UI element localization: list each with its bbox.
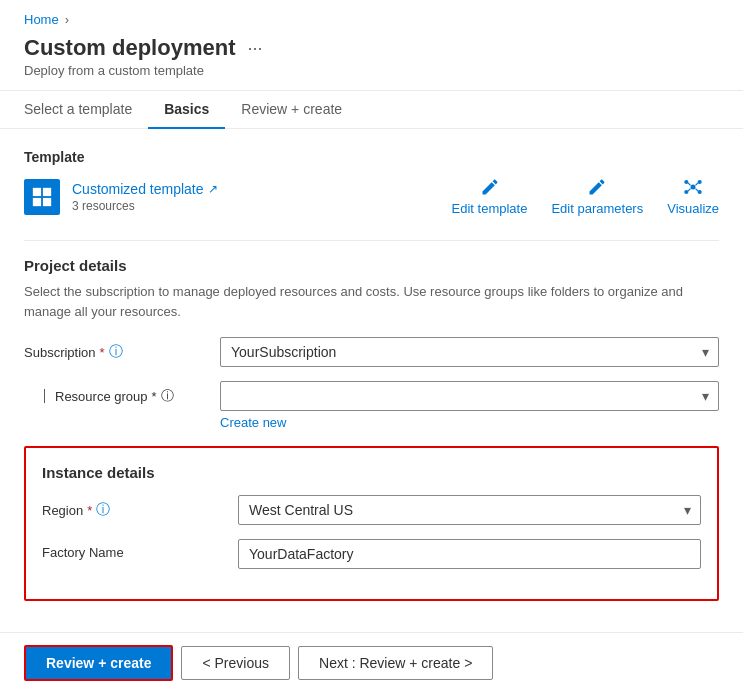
template-actions: Edit template Edit parameters	[452, 177, 719, 216]
resource-group-required: *	[152, 389, 157, 404]
template-section-title: Template	[24, 149, 719, 165]
tab-review-create[interactable]: Review + create	[225, 91, 358, 129]
customized-template-link[interactable]: Customized template ↗	[72, 181, 218, 197]
section-divider-1	[24, 240, 719, 241]
region-label: Region * ⓘ	[42, 495, 222, 519]
factory-name-row: Factory Name	[42, 539, 701, 569]
edit-parameters-icon	[587, 177, 607, 197]
create-new-link[interactable]: Create new	[220, 415, 719, 430]
breadcrumb: Home ›	[0, 0, 743, 31]
breadcrumb-separator: ›	[65, 12, 69, 27]
template-resources-label: 3 resources	[72, 199, 218, 213]
factory-name-label: Factory Name	[42, 539, 222, 560]
page-header: Custom deployment ··· Deploy from a cust…	[0, 31, 743, 91]
template-details: Customized template ↗ 3 resources	[72, 181, 218, 213]
region-row: Region * ⓘ West Central US	[42, 495, 701, 525]
resource-group-label: Resource group * ⓘ	[24, 381, 204, 405]
svg-line-9	[688, 183, 691, 186]
subscription-row: Subscription * ⓘ YourSubscription	[24, 337, 719, 367]
svg-rect-0	[33, 187, 41, 195]
project-details-desc: Select the subscription to manage deploy…	[24, 282, 719, 321]
subscription-select[interactable]: YourSubscription	[220, 337, 719, 367]
svg-line-10	[696, 183, 699, 186]
previous-button[interactable]: < Previous	[181, 646, 290, 680]
template-info: Customized template ↗ 3 resources	[24, 179, 218, 215]
region-required: *	[87, 503, 92, 518]
svg-rect-2	[33, 197, 41, 205]
edit-parameters-button[interactable]: Edit parameters	[551, 177, 643, 216]
instance-details-title: Instance details	[42, 464, 701, 481]
review-create-button[interactable]: Review + create	[24, 645, 173, 681]
resource-group-row: Resource group * ⓘ Create new	[24, 381, 719, 430]
resource-group-info-icon[interactable]: ⓘ	[161, 387, 174, 405]
edit-template-button[interactable]: Edit template	[452, 177, 528, 216]
subscription-required: *	[100, 345, 105, 360]
footer: Review + create < Previous Next : Review…	[0, 632, 743, 693]
svg-line-12	[696, 189, 699, 192]
edit-template-icon	[480, 177, 500, 197]
template-grid-icon	[31, 186, 53, 208]
resource-group-select[interactable]	[220, 381, 719, 411]
svg-rect-3	[43, 197, 51, 205]
tab-bar: Select a template Basics Review + create	[0, 91, 743, 129]
region-select[interactable]: West Central US	[238, 495, 701, 525]
region-select-wrapper: West Central US	[238, 495, 701, 525]
template-icon	[24, 179, 60, 215]
factory-name-control	[238, 539, 701, 569]
project-details-title: Project details	[24, 257, 719, 274]
main-content: Template Customized template ↗ 3 reso	[0, 129, 743, 637]
breadcrumb-home[interactable]: Home	[24, 12, 59, 27]
visualize-icon	[683, 177, 703, 197]
template-row: Customized template ↗ 3 resources Edit t…	[24, 177, 719, 216]
page-subtitle: Deploy from a custom template	[24, 63, 719, 78]
subscription-label: Subscription * ⓘ	[24, 337, 204, 361]
region-info-icon[interactable]: ⓘ	[96, 501, 110, 519]
subscription-select-wrapper: YourSubscription	[220, 337, 719, 367]
ellipsis-menu-button[interactable]: ···	[243, 38, 266, 59]
tab-basics[interactable]: Basics	[148, 91, 225, 129]
page-title: Custom deployment	[24, 35, 235, 61]
resource-group-control: Create new	[220, 381, 719, 430]
next-button[interactable]: Next : Review + create >	[298, 646, 493, 680]
instance-details-box: Instance details Region * ⓘ West Central…	[24, 446, 719, 601]
svg-point-4	[691, 185, 696, 190]
subscription-info-icon[interactable]: ⓘ	[109, 343, 123, 361]
svg-rect-1	[43, 187, 51, 195]
svg-line-11	[688, 189, 691, 192]
visualize-button[interactable]: Visualize	[667, 177, 719, 216]
external-link-icon: ↗	[208, 182, 218, 196]
resource-group-select-wrapper	[220, 381, 719, 411]
factory-name-input[interactable]	[238, 539, 701, 569]
tab-select-template[interactable]: Select a template	[24, 91, 148, 129]
